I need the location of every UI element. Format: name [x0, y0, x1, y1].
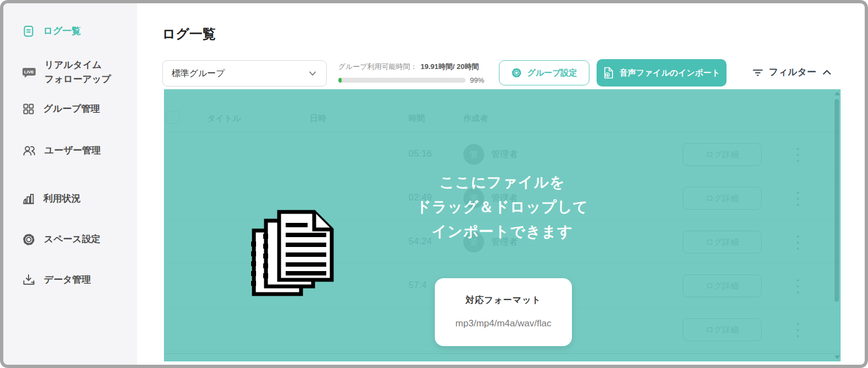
sidebar-item-label: スペース設定: [44, 232, 100, 246]
usage-progress-track: [338, 78, 466, 83]
scroll-up-arrow-icon[interactable]: [835, 91, 840, 95]
scrollbar-thumb[interactable]: [835, 99, 839, 302]
sidebar-item-user-management[interactable]: ユーザー管理: [22, 143, 101, 158]
usage-label: グループ利用可能時間：: [338, 62, 417, 72]
group-select-dropdown[interactable]: 標準グループ: [162, 60, 327, 87]
sidebar-item-label: リアルタイム フォローアップ: [44, 58, 111, 87]
import-audio-button[interactable]: 音声ファイルのインポート: [597, 59, 727, 87]
group-select-value: 標準グループ: [172, 68, 308, 79]
sidebar-item-label: ユーザー管理: [44, 143, 101, 158]
chevron-down-icon: [308, 68, 317, 78]
filter-icon: [752, 68, 763, 77]
sidebar-item-data-management[interactable]: データ管理: [22, 273, 91, 287]
usage-value: 19.91時間/ 20時間: [421, 62, 479, 72]
sidebar-item-log-list[interactable]: ログ一覧: [22, 24, 81, 38]
grid-icon: [22, 102, 35, 116]
dropzone-message-line: ここにファイルを: [164, 170, 841, 195]
group-settings-label: グループ設定: [527, 68, 577, 78]
usage-percent: 99%: [470, 76, 484, 84]
download-tray-icon: [22, 273, 36, 286]
page-title: ログ一覧: [162, 25, 215, 43]
log-list-icon: [22, 25, 35, 38]
gear-icon: [511, 67, 522, 78]
dropzone-message: ここにファイルを ドラッグ＆ドロップして インポートできます: [164, 170, 841, 244]
file-import-icon: [603, 67, 614, 79]
dropzone-message-line: インポートできます: [164, 220, 841, 244]
import-audio-label: 音声ファイルのインポート: [620, 68, 720, 78]
sidebar: ログ一覧 LIVE リアルタイム フォローアップ グループ管理 ユーザー管理 利…: [3, 3, 137, 365]
table-scrollbar[interactable]: [833, 90, 840, 354]
filter-toggle[interactable]: フィルター: [752, 66, 832, 78]
supported-formats-title: 対応フォーマット: [435, 295, 572, 306]
table-bottom-divider: [164, 353, 841, 354]
usage-progress-fill: [338, 78, 342, 83]
sidebar-item-label: 利用状況: [43, 192, 81, 206]
log-table-area: タイトル 日時 時間 作成者 05:16 管 管理者 ログ詳細 02:49 管 …: [164, 89, 841, 361]
dropzone-message-line: ドラッグ＆ドロップして: [164, 195, 841, 220]
live-badge-icon: LIVE: [22, 66, 36, 79]
group-settings-button[interactable]: グループ設定: [499, 60, 589, 85]
sidebar-item-label: グループ管理: [43, 102, 100, 116]
gear-icon: [22, 233, 36, 246]
svg-text:LIVE: LIVE: [24, 70, 34, 74]
filter-label: フィルター: [769, 66, 816, 78]
dropzone-overlay[interactable]: ここにファイルを ドラッグ＆ドロップして インポートできます 対応フォーマット …: [164, 89, 841, 361]
supported-formats-list: mp3/mp4/m4a/wav/flac: [435, 318, 572, 329]
sidebar-item-label: データ管理: [44, 273, 91, 287]
group-usage-block: グループ利用可能時間： 19.91時間/ 20時間 99%: [338, 62, 485, 84]
supported-formats-card: 対応フォーマット mp3/mp4/m4a/wav/flac: [435, 278, 572, 346]
sidebar-item-usage-status[interactable]: 利用状況: [22, 192, 81, 206]
sidebar-item-space-settings[interactable]: スペース設定: [22, 232, 100, 246]
sidebar-item-group-management[interactable]: グループ管理: [22, 102, 100, 116]
sidebar-item-realtime-followup[interactable]: LIVE リアルタイム フォローアップ: [22, 58, 111, 87]
bar-chart-icon: [22, 192, 35, 205]
app-window: ログ一覧 LIVE リアルタイム フォローアップ グループ管理 ユーザー管理 利…: [0, 0, 868, 368]
users-icon: [22, 144, 36, 157]
sidebar-item-label: ログ一覧: [43, 24, 81, 38]
chevron-up-icon: [822, 68, 832, 76]
scroll-down-arrow-icon[interactable]: [835, 355, 840, 359]
